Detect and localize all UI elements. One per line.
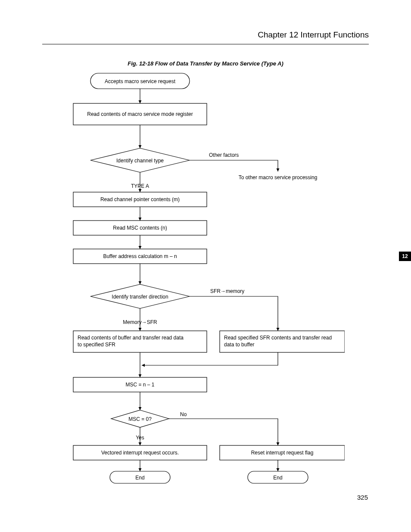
identify-channel-label: Identify channel type [116, 158, 164, 164]
right-action-l2: data to buffer [224, 342, 255, 348]
process-read-buffer-to-sfr: Read contents of buffer and transfer rea… [73, 331, 207, 352]
terminator-end-left: End [110, 471, 170, 483]
process-read-mode-register: Read contents of macro service mode regi… [73, 103, 207, 125]
decision-identify-direction: Identify transfer direction [90, 284, 190, 308]
no-label: No [180, 411, 187, 417]
start-label: Accepts macro service request [105, 78, 176, 84]
terminator-end-right: End [248, 471, 308, 483]
left-action-l2: to specified SFR [78, 342, 115, 348]
chapter-title: Chapter 12 Interrupt Functions [258, 30, 369, 40]
sfr-to-memory-label: SFR→memory [210, 288, 244, 294]
msc-decr-label: MSC = n – 1 [125, 382, 154, 388]
terminator-start: Accepts macro service request [90, 73, 190, 89]
left-action-l1: Read contents of buffer and transfer rea… [78, 335, 184, 341]
read-mode-reg-label: Read contents of macro service mode regi… [87, 111, 193, 117]
read-channel-ptr-label: Read channel pointer contents (m) [100, 196, 180, 202]
process-read-channel-pointer: Read channel pointer contents (m) [73, 192, 207, 207]
page: Chapter 12 Interrupt Functions Fig. 12-1… [0, 0, 411, 532]
process-reset-flag: Reset interrupt request flag [220, 445, 345, 460]
chapter-tab: 12 [399, 252, 411, 261]
process-msc-decrement: MSC = n – 1 [73, 377, 207, 392]
header-rule [42, 44, 369, 44]
decision-msc-zero: MSC = 0? [111, 410, 169, 427]
msc-zero-label: MSC = 0? [128, 416, 152, 422]
to-other-processing-label: To other macro service processing [239, 174, 318, 180]
read-msc-label: Read MSC contents (n) [113, 225, 167, 231]
process-read-msc: Read MSC contents (n) [73, 221, 207, 235]
process-read-sfr-to-buffer: Read specified SFR contents and transfer… [220, 331, 345, 352]
buffer-calc-label: Buffer address calculation m – n [103, 253, 177, 259]
page-number: 325 [357, 494, 368, 501]
identify-dir-label: Identify transfer direction [112, 294, 168, 300]
end-left-label: End [135, 475, 144, 481]
right-action-l1: Read specified SFR contents and transfer… [224, 335, 332, 341]
process-vectored-interrupt: Vectored interrupt request occurs. [73, 445, 207, 460]
flowchart: Accepts macro service request Read conte… [65, 71, 345, 484]
process-buffer-calc: Buffer address calculation m – n [73, 249, 207, 264]
decision-identify-channel: Identify channel type [90, 148, 190, 172]
figure-title: Fig. 12-18 Flow of Data Transfer by Macr… [0, 60, 411, 67]
other-factors-label: Other factors [209, 152, 239, 158]
end-right-label: End [273, 475, 282, 481]
reset-flag-label: Reset interrupt request flag [251, 450, 314, 456]
vectored-int-label: Vectored interrupt request occurs. [101, 450, 179, 456]
